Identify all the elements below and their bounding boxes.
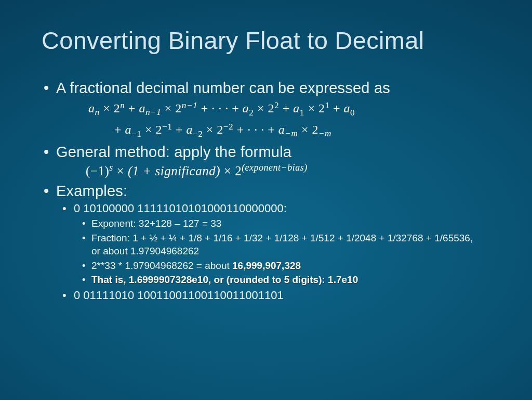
example1-thatis: That is, 1.6999907328e10, or (rounded to… [42,273,490,287]
example1-multiply: 2**33 * 1.97904968262 = about 16,999,907… [42,259,490,273]
slide-title: Converting Binary Float to Decimal [42,26,490,55]
example1-bits: 0 10100000 11111010101000110000000: [42,202,490,215]
example1-thatis-bold: That is, 1.6999907328e10, or (rounded to… [91,274,358,285]
math-formula: (−1)s × (1 + significand) × 2(exponent−b… [42,162,490,178]
example1-multiply-text: 2**33 * 1.97904968262 = about [91,260,232,271]
example1-exponent: Exponent: 32+128 – 127 = 33 [42,217,490,230]
slide-content: A fractional decimal number can be expre… [42,80,490,302]
example1-fraction: Fraction: 1 + ½ + ¼ + 1/8 + 1/16 + 1/32 … [42,231,490,258]
bullet-fractional-expr: A fractional decimal number can be expre… [42,80,490,97]
example1-result-bold: 16,999,907,328 [232,260,301,271]
math-series-line1: an × 2n + an−1 × 2n−1 + · · · + a2 × 22 … [42,100,490,118]
bullet-general-method: General method: apply the formula [42,144,490,161]
bullet-examples: Examples: [42,183,490,200]
math-series-line2: + a−1 × 2−1 + a−2 × 2−2 + · · · + a−m × … [42,121,490,139]
example2-bits: 0 01111010 10011001100110011001101 [42,289,490,302]
slide: Converting Binary Float to Decimal A fra… [0,0,532,400]
